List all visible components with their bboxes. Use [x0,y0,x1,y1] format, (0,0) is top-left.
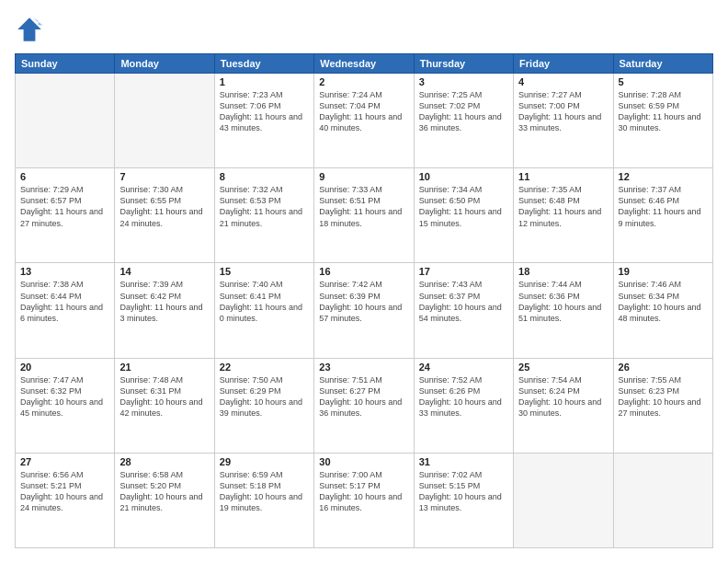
day-number: 13 [20,266,109,277]
calendar-cell: 11Sunrise: 7:35 AM Sunset: 6:48 PM Dayli… [514,168,613,263]
calendar-week: 1Sunrise: 7:23 AM Sunset: 7:06 PM Daylig… [16,74,713,168]
day-number: 2 [319,76,408,87]
day-info: Sunrise: 7:42 AM Sunset: 6:39 PM Dayligh… [319,279,408,324]
calendar-cell: 23Sunrise: 7:51 AM Sunset: 6:27 PM Dayli… [314,358,414,453]
day-number: 27 [20,456,109,467]
day-number: 25 [518,362,608,373]
day-info: Sunrise: 7:32 AM Sunset: 6:53 PM Dayligh… [220,184,309,229]
day-info: Sunrise: 7:38 AM Sunset: 6:44 PM Dayligh… [20,279,109,324]
calendar-cell: 17Sunrise: 7:43 AM Sunset: 6:37 PM Dayli… [414,263,513,358]
logo [15,15,48,44]
calendar-cell: 10Sunrise: 7:34 AM Sunset: 6:50 PM Dayli… [414,168,513,263]
day-info: Sunrise: 7:00 AM Sunset: 5:17 PM Dayligh… [319,469,408,514]
day-info: Sunrise: 7:39 AM Sunset: 6:42 PM Dayligh… [119,279,209,324]
calendar-cell: 29Sunrise: 6:59 AM Sunset: 5:18 PM Dayli… [214,453,313,547]
calendar-cell: 31Sunrise: 7:02 AM Sunset: 5:15 PM Dayli… [414,453,513,547]
weekday-header: Thursday [414,54,513,74]
weekday-header: Monday [115,54,214,74]
weekday-row: SundayMondayTuesdayWednesdayThursdayFrid… [16,54,713,74]
day-number: 26 [619,362,708,373]
day-info: Sunrise: 7:50 AM Sunset: 6:29 PM Dayligh… [220,374,309,419]
day-number: 5 [619,76,708,87]
day-info: Sunrise: 7:52 AM Sunset: 6:26 PM Dayligh… [419,374,508,419]
page: SundayMondayTuesdayWednesdayThursdayFrid… [0,0,728,563]
calendar-cell: 18Sunrise: 7:44 AM Sunset: 6:36 PM Dayli… [514,263,613,358]
day-number: 19 [619,266,708,277]
day-number: 31 [419,456,508,467]
calendar-cell: 8Sunrise: 7:32 AM Sunset: 6:53 PM Daylig… [214,168,313,263]
day-number: 30 [319,456,408,467]
calendar-week: 27Sunrise: 6:56 AM Sunset: 5:21 PM Dayli… [16,453,713,547]
day-info: Sunrise: 7:29 AM Sunset: 6:57 PM Dayligh… [20,184,109,229]
calendar-cell [613,453,712,547]
day-info: Sunrise: 7:40 AM Sunset: 6:41 PM Dayligh… [220,279,309,324]
calendar-cell: 27Sunrise: 6:56 AM Sunset: 5:21 PM Dayli… [16,453,115,547]
day-number: 24 [419,362,508,373]
day-info: Sunrise: 7:23 AM Sunset: 7:06 PM Dayligh… [220,89,309,134]
day-number: 1 [220,76,309,87]
calendar-cell: 7Sunrise: 7:30 AM Sunset: 6:55 PM Daylig… [115,168,214,263]
day-number: 21 [119,362,209,373]
day-info: Sunrise: 7:44 AM Sunset: 6:36 PM Dayligh… [518,279,608,324]
calendar-header: SundayMondayTuesdayWednesdayThursdayFrid… [16,54,713,74]
day-number: 22 [220,362,309,373]
calendar-cell: 28Sunrise: 6:58 AM Sunset: 5:20 PM Dayli… [115,453,214,547]
day-info: Sunrise: 7:27 AM Sunset: 7:00 PM Dayligh… [518,89,608,134]
calendar-cell: 20Sunrise: 7:47 AM Sunset: 6:32 PM Dayli… [16,358,115,453]
calendar-cell: 21Sunrise: 7:48 AM Sunset: 6:31 PM Dayli… [115,358,214,453]
calendar-week: 6Sunrise: 7:29 AM Sunset: 6:57 PM Daylig… [16,168,713,263]
day-number: 29 [220,456,309,467]
calendar-cell: 9Sunrise: 7:33 AM Sunset: 6:51 PM Daylig… [314,168,414,263]
day-number: 12 [619,171,708,182]
calendar-cell: 1Sunrise: 7:23 AM Sunset: 7:06 PM Daylig… [214,74,313,168]
day-number: 7 [119,171,209,182]
calendar-cell: 30Sunrise: 7:00 AM Sunset: 5:17 PM Dayli… [314,453,414,547]
day-info: Sunrise: 7:51 AM Sunset: 6:27 PM Dayligh… [319,374,408,419]
day-info: Sunrise: 7:33 AM Sunset: 6:51 PM Dayligh… [319,184,408,229]
calendar-cell [115,74,214,168]
header [15,15,713,44]
day-number: 10 [419,171,508,182]
calendar-cell: 26Sunrise: 7:55 AM Sunset: 6:23 PM Dayli… [613,358,712,453]
day-info: Sunrise: 7:30 AM Sunset: 6:55 PM Dayligh… [119,184,209,229]
day-number: 3 [419,76,508,87]
day-number: 8 [220,171,309,182]
day-number: 23 [319,362,408,373]
day-info: Sunrise: 7:37 AM Sunset: 6:46 PM Dayligh… [619,184,708,229]
calendar-cell: 6Sunrise: 7:29 AM Sunset: 6:57 PM Daylig… [16,168,115,263]
calendar-cell: 2Sunrise: 7:24 AM Sunset: 7:04 PM Daylig… [314,74,414,168]
day-info: Sunrise: 6:59 AM Sunset: 5:18 PM Dayligh… [220,469,309,514]
calendar-cell: 3Sunrise: 7:25 AM Sunset: 7:02 PM Daylig… [414,74,513,168]
day-info: Sunrise: 7:47 AM Sunset: 6:32 PM Dayligh… [20,374,109,419]
day-info: Sunrise: 7:24 AM Sunset: 7:04 PM Dayligh… [319,89,408,134]
weekday-header: Saturday [613,54,712,74]
day-number: 16 [319,266,408,277]
day-info: Sunrise: 7:46 AM Sunset: 6:34 PM Dayligh… [619,279,708,324]
calendar-cell: 19Sunrise: 7:46 AM Sunset: 6:34 PM Dayli… [613,263,712,358]
weekday-header: Sunday [16,54,115,74]
day-number: 17 [419,266,508,277]
day-info: Sunrise: 7:43 AM Sunset: 6:37 PM Dayligh… [419,279,508,324]
day-info: Sunrise: 7:02 AM Sunset: 5:15 PM Dayligh… [419,469,508,514]
day-number: 15 [220,266,309,277]
calendar-cell: 4Sunrise: 7:27 AM Sunset: 7:00 PM Daylig… [514,74,613,168]
calendar-cell: 12Sunrise: 7:37 AM Sunset: 6:46 PM Dayli… [613,168,712,263]
day-info: Sunrise: 6:58 AM Sunset: 5:20 PM Dayligh… [119,469,209,514]
day-number: 4 [518,76,608,87]
calendar-week: 20Sunrise: 7:47 AM Sunset: 6:32 PM Dayli… [16,358,713,453]
calendar-cell: 5Sunrise: 7:28 AM Sunset: 6:59 PM Daylig… [613,74,712,168]
logo-icon [15,15,44,44]
weekday-header: Wednesday [314,54,414,74]
calendar-cell: 16Sunrise: 7:42 AM Sunset: 6:39 PM Dayli… [314,263,414,358]
day-info: Sunrise: 7:54 AM Sunset: 6:24 PM Dayligh… [518,374,608,419]
calendar-cell: 24Sunrise: 7:52 AM Sunset: 6:26 PM Dayli… [414,358,513,453]
calendar-cell: 15Sunrise: 7:40 AM Sunset: 6:41 PM Dayli… [214,263,313,358]
calendar-cell: 22Sunrise: 7:50 AM Sunset: 6:29 PM Dayli… [214,358,313,453]
calendar-cell: 13Sunrise: 7:38 AM Sunset: 6:44 PM Dayli… [16,263,115,358]
day-number: 20 [20,362,109,373]
day-info: Sunrise: 7:34 AM Sunset: 6:50 PM Dayligh… [419,184,508,229]
calendar-body: 1Sunrise: 7:23 AM Sunset: 7:06 PM Daylig… [16,74,713,548]
calendar: SundayMondayTuesdayWednesdayThursdayFrid… [15,53,713,548]
calendar-cell: 25Sunrise: 7:54 AM Sunset: 6:24 PM Dayli… [514,358,613,453]
weekday-header: Friday [514,54,613,74]
